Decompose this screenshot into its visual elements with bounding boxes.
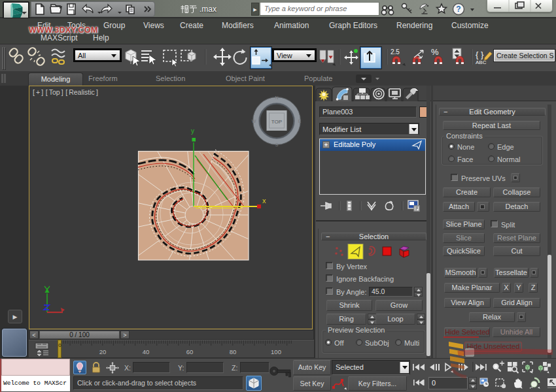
svg-text:20: 20 xyxy=(99,348,107,355)
svg-text:80: 80 xyxy=(230,348,237,355)
svg-text:100: 100 xyxy=(271,348,281,355)
svg-text:60: 60 xyxy=(186,348,194,355)
svg-text:40: 40 xyxy=(143,348,150,355)
